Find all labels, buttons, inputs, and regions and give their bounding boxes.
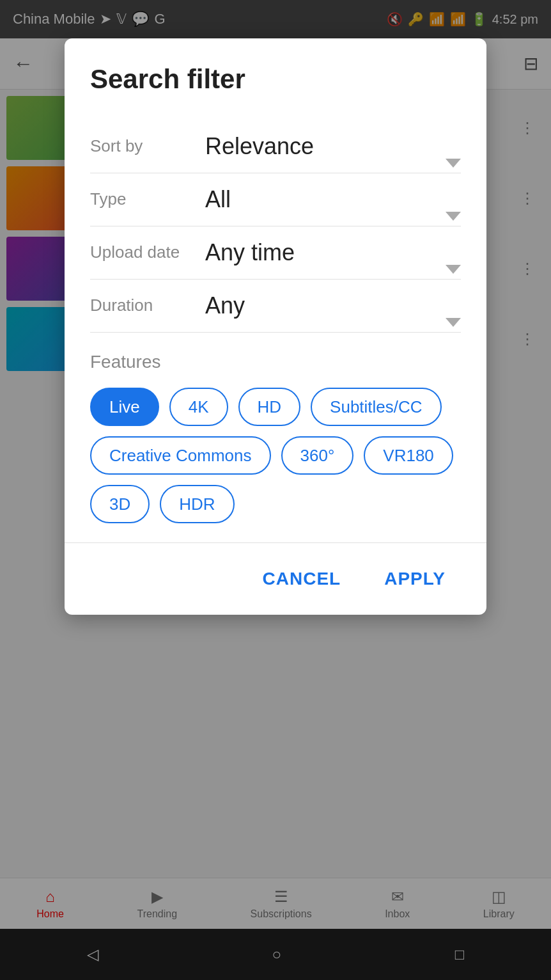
chip-live[interactable]: Live <box>90 388 159 426</box>
sort-by-label: Sort by <box>90 136 205 157</box>
dialog-title: Search filter <box>90 64 461 95</box>
type-value: All <box>205 186 461 213</box>
cancel-button[interactable]: CANCEL <box>247 558 357 599</box>
chip-3d[interactable]: 3D <box>90 485 150 523</box>
dialog-content: Search filter Sort by Relevance Type All… <box>65 38 486 542</box>
chip-vr180[interactable]: VR180 <box>364 436 453 475</box>
sort-by-chevron <box>446 159 461 168</box>
duration-label: Duration <box>90 295 205 317</box>
type-label: Type <box>90 189 205 210</box>
chip-creative-commons[interactable]: Creative Commons <box>90 436 271 475</box>
chip-4k[interactable]: 4K <box>169 388 228 426</box>
search-filter-dialog: Search filter Sort by Relevance Type All… <box>65 38 486 615</box>
upload-date-label: Upload date <box>90 242 205 264</box>
chip-hd[interactable]: HD <box>238 388 301 426</box>
chip-hdr[interactable]: HDR <box>160 485 234 523</box>
duration-row[interactable]: Duration Any <box>90 280 461 333</box>
chip-360[interactable]: 360° <box>281 436 354 475</box>
features-title: Features <box>90 352 461 372</box>
type-chevron <box>446 212 461 221</box>
dialog-actions: CANCEL APPLY <box>65 542 486 615</box>
feature-chips: Live 4K HD Subtitles/CC Creative Commons… <box>90 388 461 523</box>
chip-subtitles[interactable]: Subtitles/CC <box>311 388 442 426</box>
apply-button[interactable]: APPLY <box>369 558 461 599</box>
upload-date-chevron <box>446 265 461 274</box>
duration-chevron <box>446 318 461 327</box>
features-section: Features Live 4K HD Subtitles/CC Creativ… <box>90 333 461 542</box>
upload-date-row[interactable]: Upload date Any time <box>90 226 461 280</box>
duration-value: Any <box>205 292 461 319</box>
sort-by-row[interactable]: Sort by Relevance <box>90 120 461 173</box>
upload-date-value: Any time <box>205 239 461 266</box>
type-row[interactable]: Type All <box>90 173 461 226</box>
modal-overlay: Search filter Sort by Relevance Type All… <box>0 0 551 980</box>
sort-by-value: Relevance <box>205 133 461 160</box>
